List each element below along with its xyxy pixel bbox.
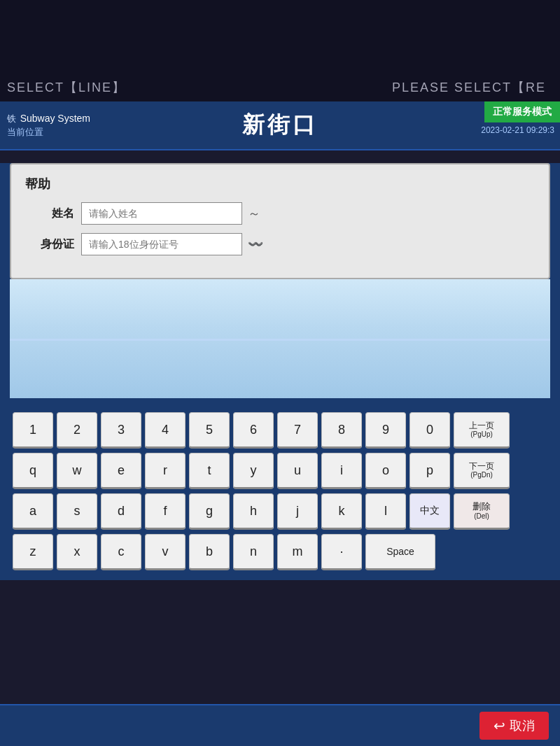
service-mode-badge: 正常服务模式 <box>484 101 560 122</box>
key-o[interactable]: o <box>365 453 406 489</box>
keyboard-row-numbers: 1 2 3 4 5 6 7 8 9 0 上一页(PgUp) <box>10 412 550 449</box>
keyboard-row-asdf: a s d f g h j k l 中文 删除(Del) <box>10 493 550 530</box>
key-x[interactable]: x <box>57 534 97 570</box>
key-n[interactable]: n <box>233 534 274 570</box>
header-right: 正常服务模式 2023-02-21 09:29:3 <box>475 101 560 138</box>
key-y[interactable]: y <box>233 453 274 489</box>
key-k[interactable]: k <box>321 493 362 530</box>
key-0[interactable]: 0 <box>410 412 450 449</box>
cancel-button[interactable]: ↩ 取消 <box>479 712 549 740</box>
name-input[interactable] <box>81 202 242 225</box>
subway-brand: 铁 Subway System <box>7 112 90 126</box>
key-j[interactable]: j <box>277 493 318 530</box>
current-location: 当前位置 <box>7 126 90 139</box>
cancel-label: 取消 <box>510 717 535 734</box>
key-1[interactable]: 1 <box>13 412 53 449</box>
key-9[interactable]: 9 <box>365 412 406 449</box>
key-u[interactable]: u <box>277 453 318 489</box>
id-input[interactable] <box>81 233 242 255</box>
keyboard-row-zxcv: z x c v b n m · Space <box>10 534 550 570</box>
keyboard-area: 1 2 3 4 5 6 7 8 9 0 上一页(PgUp) q w e r t … <box>10 407 550 580</box>
key-i[interactable]: i <box>321 453 362 489</box>
top-bar: SELECT【LINE】 PLEASE SELECT【RE <box>0 0 560 101</box>
top-bar-left-text: SELECT【LINE】 <box>0 79 126 96</box>
station-name: 新街口 <box>242 110 318 141</box>
header-bar: 铁 Subway System 当前位置 新街口 正常服务模式 2023-02-… <box>0 101 560 150</box>
key-pgdn[interactable]: 下一页(PgDn) <box>454 453 510 489</box>
key-m[interactable]: m <box>277 534 318 570</box>
key-b[interactable]: b <box>189 534 230 570</box>
form-panel: 帮助 姓名 ～ 身份证 〰️ <box>10 163 550 279</box>
id-eye-icon[interactable]: 〰️ <box>248 237 263 252</box>
key-5[interactable]: 5 <box>189 412 230 449</box>
key-w[interactable]: w <box>57 453 97 489</box>
key-chinese[interactable]: 中文 <box>410 493 450 530</box>
key-l[interactable]: l <box>365 493 406 530</box>
name-eye-icon[interactable]: ～ <box>248 205 260 222</box>
key-8[interactable]: 8 <box>321 412 362 449</box>
key-space[interactable]: Space <box>365 534 435 570</box>
key-7[interactable]: 7 <box>277 412 318 449</box>
name-label: 姓名 <box>25 206 74 221</box>
key-3[interactable]: 3 <box>101 412 141 449</box>
key-c[interactable]: c <box>101 534 141 570</box>
key-t[interactable]: t <box>189 453 230 489</box>
name-row: 姓名 ～ <box>25 202 535 225</box>
key-z[interactable]: z <box>13 534 53 570</box>
key-p[interactable]: p <box>410 453 450 489</box>
main-area: 帮助 姓名 ～ 身份证 〰️ 1 2 3 4 5 6 7 8 9 0 上一页 <box>0 163 560 580</box>
datetime: 2023-02-21 09:29:3 <box>475 122 560 138</box>
key-6[interactable]: 6 <box>233 412 274 449</box>
bottom-bar: ↩ 取消 <box>0 704 560 746</box>
key-s[interactable]: s <box>57 493 97 530</box>
form-title: 帮助 <box>25 176 535 192</box>
key-f[interactable]: f <box>145 493 186 530</box>
key-r[interactable]: r <box>145 453 186 489</box>
key-d[interactable]: d <box>101 493 141 530</box>
cancel-icon: ↩ <box>493 717 505 734</box>
key-pgup[interactable]: 上一页(PgUp) <box>454 412 510 449</box>
key-4[interactable]: 4 <box>145 412 186 449</box>
key-e[interactable]: e <box>101 453 141 489</box>
header-left: 铁 Subway System 当前位置 <box>7 112 90 139</box>
key-a[interactable]: a <box>13 493 53 530</box>
id-label: 身份证 <box>25 237 74 252</box>
keyboard-row-qwerty: q w e r t y u i o p 下一页(PgDn) <box>10 453 550 489</box>
light-area-line <box>10 339 550 341</box>
key-v[interactable]: v <box>145 534 186 570</box>
key-delete[interactable]: 删除(Del) <box>454 493 510 530</box>
top-bar-right-text: PLEASE SELECT【RE <box>392 79 546 96</box>
key-q[interactable]: q <box>13 453 53 489</box>
key-2[interactable]: 2 <box>57 412 97 449</box>
key-h[interactable]: h <box>233 493 274 530</box>
light-area <box>10 279 550 398</box>
key-g[interactable]: g <box>189 493 230 530</box>
id-row: 身份证 〰️ <box>25 233 535 255</box>
key-dot[interactable]: · <box>321 534 362 570</box>
